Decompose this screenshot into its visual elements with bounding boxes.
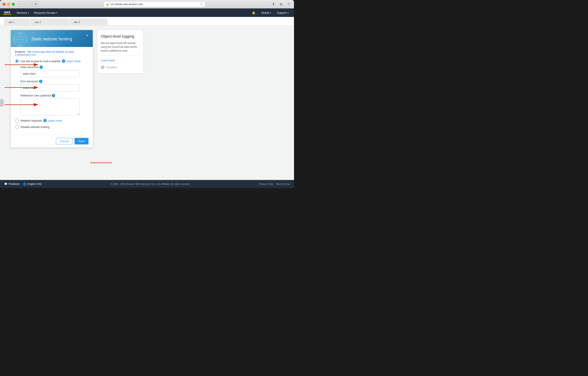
- privacy-policy-link[interactable]: Privacy Policy: [259, 183, 273, 185]
- url-bar[interactable]: 🔒 s3.console.aws.amazon.com ↻: [104, 1, 205, 7]
- redirect-info-icon[interactable]: i: [43, 119, 47, 122]
- aws-nav-right: 🔔 Global ▾ Support ▾: [250, 10, 291, 16]
- window-buttons: [2, 3, 15, 6]
- minimize-window-button[interactable]: [7, 3, 10, 6]
- error-document-info-icon[interactable]: i: [39, 80, 42, 83]
- content-area: › Static website hosting ×: [0, 26, 294, 180]
- modal-body: Endpoint : http://notes-app-client.s3-we…: [11, 47, 93, 135]
- services-chevron-icon: ▾: [28, 12, 29, 14]
- error-document-input[interactable]: [21, 84, 80, 91]
- disabled-status-label: Disabled: [106, 66, 117, 69]
- services-label: Services: [16, 11, 27, 14]
- global-button[interactable]: Global ▾: [259, 10, 273, 16]
- url-bar-container: 🔒 s3.console.aws.amazon.com ↻: [43, 1, 266, 7]
- tab-1[interactable]: tab 1: [4, 19, 30, 25]
- endpoint-row: Endpoint : http://notes-app-client.s3-we…: [15, 50, 88, 56]
- error-document-group: Error document i: [21, 80, 88, 91]
- redirect-requests-radio[interactable]: [15, 119, 19, 122]
- modal-close-button[interactable]: ×: [85, 33, 90, 38]
- static-website-hosting-modal: Static website hosting × Endpoint : http…: [10, 30, 93, 148]
- disable-hosting-label: Disable website hosting: [21, 125, 49, 129]
- refresh-icon[interactable]: ↻: [200, 2, 203, 6]
- new-tab-button[interactable]: ⧉: [278, 1, 284, 7]
- tab-3[interactable]: tab 3: [69, 19, 107, 25]
- footer-left: 💬 Feedback 🌐 English (US): [4, 183, 42, 186]
- forward-button[interactable]: ›: [25, 2, 31, 7]
- logging-card-title: Object-level logging: [101, 34, 140, 39]
- terms-link[interactable]: Terms of Use: [276, 183, 290, 185]
- index-document-info-icon[interactable]: i: [40, 66, 43, 69]
- copyright-text: © 2008 - 2018, Amazon Web Services, Inc.…: [110, 183, 190, 185]
- save-button[interactable]: Save: [74, 138, 88, 144]
- redirect-requests-label-text: Redirect requests: [21, 119, 42, 122]
- index-document-group: Index document i: [21, 66, 88, 77]
- resource-groups-label: Resource Groups: [34, 11, 55, 14]
- use-bucket-radio-option: Use this bucket to host a website i Lear…: [15, 59, 88, 63]
- support-label: Support: [277, 11, 287, 14]
- redirection-rules-label: Redirection rules (optional): [21, 94, 51, 97]
- object-level-logging-card: Object-level logging Record object-level…: [97, 30, 144, 74]
- use-bucket-learn-more-link[interactable]: Learn more: [66, 60, 81, 63]
- disabled-status-circle: [101, 65, 105, 69]
- modal-header: Static website hosting ×: [11, 30, 93, 47]
- global-chevron-icon: ▾: [270, 12, 271, 14]
- language-footer-item[interactable]: 🌐 English (US): [23, 183, 42, 186]
- services-nav-button[interactable]: Services ▾: [14, 10, 31, 16]
- title-bar-actions: ⬆ ⧉ +: [270, 1, 292, 7]
- logging-learn-more-link[interactable]: Learn more: [101, 59, 140, 62]
- tabs-area: tab 1 tab 2 tab 3: [0, 17, 294, 26]
- index-document-label-row: Index document i: [21, 66, 88, 69]
- error-document-label-row: Error document i: [21, 80, 88, 83]
- footer-copyright: © 2008 - 2018, Amazon Web Services, Inc.…: [42, 183, 259, 185]
- maximize-window-button[interactable]: [12, 3, 15, 6]
- logging-status-row: Disabled: [101, 65, 140, 69]
- index-document-label: Index document: [21, 66, 38, 69]
- redirection-rules-group: Redirection rules (optional) i: [21, 94, 88, 116]
- url-text: s3.console.aws.amazon.com: [110, 3, 143, 6]
- redirect-requests-radio-option: Redirect requests i Learn more: [15, 119, 88, 122]
- modal-title: Static website hosting: [31, 37, 72, 42]
- error-document-label: Error document: [21, 80, 38, 83]
- redirection-rules-textarea[interactable]: [21, 98, 80, 115]
- aws-logo-bar: [3, 14, 11, 15]
- feedback-footer-item[interactable]: 💬 Feedback: [4, 183, 20, 186]
- arrow-to-save-button: [91, 161, 112, 165]
- use-bucket-radio[interactable]: [15, 59, 19, 63]
- disable-hosting-label-text: Disable website hosting: [21, 125, 49, 129]
- resource-groups-nav-button[interactable]: Resource Groups ▾: [32, 10, 60, 16]
- support-button[interactable]: Support ▾: [275, 10, 291, 16]
- logging-description: Record object-level API activity using t…: [101, 41, 140, 53]
- redirect-learn-more-link[interactable]: Learn more: [48, 119, 62, 122]
- title-bar: ‹ › ⊞ 🔒 s3.console.aws.amazon.com ↻ ⬆ ⧉ …: [0, 0, 294, 9]
- redirection-rules-info-icon[interactable]: i: [52, 94, 55, 97]
- browser-nav: ‹ › ⊞: [18, 2, 38, 7]
- globe-icon: 🌐: [23, 183, 26, 186]
- share-button[interactable]: ⬆: [270, 1, 276, 7]
- disable-hosting-radio[interactable]: [15, 125, 19, 129]
- support-chevron-icon: ▾: [287, 12, 289, 14]
- close-window-button[interactable]: [2, 3, 5, 6]
- use-bucket-info-icon[interactable]: i: [62, 59, 65, 63]
- use-bucket-label: Use this bucket to host a website i Lear…: [21, 59, 81, 63]
- aws-logo: aws: [3, 11, 11, 15]
- redirect-requests-label: Redirect requests i Learn more: [21, 119, 62, 122]
- feedback-label: Feedback: [9, 183, 20, 186]
- use-bucket-label-text: Use this bucket to host a website: [21, 60, 61, 63]
- header-globe-decoration: [13, 31, 32, 48]
- add-tab-button[interactable]: +: [285, 1, 292, 7]
- cancel-button[interactable]: Cancel: [56, 138, 73, 144]
- footer-right: Privacy Policy Terms of Use: [259, 183, 290, 185]
- notifications-button[interactable]: 🔔: [250, 10, 257, 16]
- modal-footer: Cancel Save: [11, 135, 93, 147]
- disable-hosting-radio-option: Disable website hosting: [15, 125, 88, 129]
- tab-toggle-button[interactable]: ⊞: [32, 2, 38, 7]
- feedback-bubble-icon: 💬: [4, 183, 7, 186]
- footer-bar: 💬 Feedback 🌐 English (US) © 2008 - 2018,…: [0, 180, 294, 188]
- index-document-input[interactable]: [21, 70, 80, 77]
- resource-groups-chevron-icon: ▾: [56, 12, 57, 14]
- back-button[interactable]: ‹: [18, 2, 24, 7]
- global-label: Global: [261, 11, 269, 14]
- redirection-rules-label-row: Redirection rules (optional) i: [21, 94, 88, 97]
- tab-2[interactable]: tab 2: [31, 19, 68, 25]
- sidebar-toggle-button[interactable]: ›: [0, 99, 4, 107]
